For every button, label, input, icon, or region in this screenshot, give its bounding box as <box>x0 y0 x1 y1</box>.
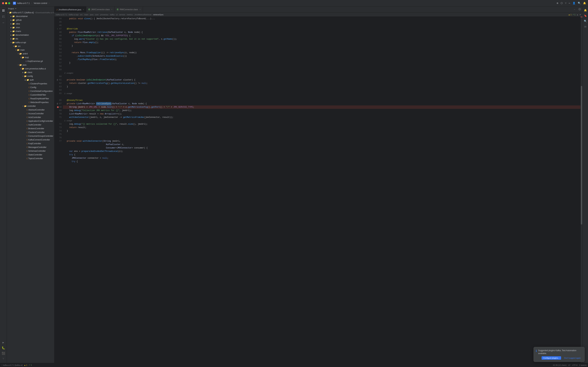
breadcrumb-java[interactable]: java <box>90 14 93 16</box>
breadcrumb-metrics[interactable]: metrics <box>127 14 133 16</box>
cursor-position[interactable]: 62:39 (12 chars) <box>553 364 567 366</box>
breadcrumb-src[interactable]: src <box>80 14 83 16</box>
indentation[interactable]: 2 spaces <box>579 364 587 366</box>
line-ending[interactable]: LF <box>568 364 571 366</box>
breadcrumb-root[interactable]: kafka-ui-0.7.1 <box>56 14 67 16</box>
tree-item-com-provectus[interactable]: ▾ 📂 com.provectus.kafka.ui <box>7 67 54 71</box>
tree-item-corsglobal[interactable]: ▶ C CorsGlobalConfiguration <box>7 89 54 93</box>
breakpoint-icon[interactable] <box>57 106 59 108</box>
tree-item-consumergroupscontroller[interactable]: ▶ C ConsumerGroupsController <box>7 134 54 138</box>
more-tools-icon[interactable]: ⋯ <box>1 20 6 25</box>
tree-item-main[interactable]: ▾ 📂 main <box>7 48 54 52</box>
kafka-icon[interactable]: ⬡ <box>561 2 563 5</box>
maximize-button[interactable] <box>8 2 10 4</box>
breadcrumb-service[interactable]: service <box>119 14 125 16</box>
tree-item-antlr4[interactable]: ▾ 📂 antlr4 <box>7 52 54 56</box>
tree-item-github[interactable]: ▶ 📁 .github <box>7 18 54 22</box>
tree-item-config[interactable]: ▾ 📂 config <box>7 74 54 78</box>
tree-item-clusterscontroller[interactable]: ▶ C ClustersController <box>7 130 54 134</box>
terminal-icon[interactable]: ⬛ <box>1 351 6 356</box>
project-chevron[interactable]: ▾ <box>15 8 16 10</box>
debug-icon[interactable]: 🐛 <box>1 345 6 351</box>
git-branch-icon[interactable]: ⑂ <box>565 2 566 5</box>
checks-status[interactable]: ✓ 1 <box>29 364 32 366</box>
minimize-button[interactable] <box>5 2 7 4</box>
tree-item-mvn[interactable]: ▶ 📁 .mvn <box>7 26 54 29</box>
editor-scrollbar[interactable] <box>580 17 583 363</box>
tree-item-documentation[interactable]: ▶ 📁 documentation <box>7 33 54 37</box>
encoding[interactable]: UTF-8 <box>572 364 578 366</box>
warnings-status[interactable]: ▲ 1 <box>24 364 27 366</box>
tree-item-clustersproperties[interactable]: ▶ C ClustersProperties <box>7 82 54 85</box>
tree-item-topicscontroller[interactable]: ▶ C TopicsController <box>7 157 54 160</box>
tree-item-schemascontroller[interactable]: ▶ C SchemasController <box>7 149 54 153</box>
tree-item-auth[interactable]: ▶ 📁 auth <box>7 78 54 82</box>
tree-item-etc[interactable]: ▶ 📁 etc <box>7 37 54 41</box>
tree-item-ksqlcontroller[interactable]: ▶ C KsqlController <box>7 142 54 145</box>
tree-root[interactable]: ▾ 📁 kafka-ui-0.7.1 [kafka-ui] ~/Download… <box>7 11 54 15</box>
tree-item-aclscontroller[interactable]: ▶ C AclsController <box>7 116 54 119</box>
tree-item-charts[interactable]: ▶ 📁 charts <box>7 29 54 33</box>
breadcrumb-provectus[interactable]: provectus <box>100 14 108 16</box>
git-branch-status[interactable]: ⑂ kafka-ui-0.7.1 [kafka-ui] <box>1 364 23 366</box>
configure-plugins-button[interactable]: Configure plugins... <box>542 356 561 360</box>
tree-item-kafkaconnectcontroller[interactable]: ▶ C KafkaConnectController <box>7 138 54 142</box>
tab-close-rmiconnector[interactable]: ✕ <box>139 8 141 10</box>
tree-item-java[interactable]: ▾ 📂 java <box>7 63 54 67</box>
tree-item-staticcontroller[interactable]: ▶ C StaticController <box>7 153 54 157</box>
project-icon[interactable] <box>1 8 6 13</box>
more-icon[interactable]: ⋯ <box>569 2 570 5</box>
tree-item-customwebfilter[interactable]: ▶ C CustomWebFilter <box>7 93 54 97</box>
bookmark-sidebar-icon[interactable]: 🔖 <box>583 13 588 18</box>
tree-item-webclientproperties[interactable]: ▶ C WebclientProperties <box>7 100 54 104</box>
check-count: 1 <box>574 14 575 16</box>
scroll-down-icon[interactable]: ▼ <box>579 14 581 16</box>
notifications-sidebar-icon[interactable]: 🔔 <box>583 8 588 13</box>
tree-item-client[interactable]: ▶ 📁 client <box>7 71 54 74</box>
tab-close-jmxconnector[interactable]: ✕ <box>111 8 112 10</box>
breadcrumb-kafka[interactable]: kafka <box>110 14 114 16</box>
tree-item-abstractcontroller[interactable]: ▶ C AbstractController <box>7 108 54 112</box>
tree-item-config-class[interactable]: ▶ C Config <box>7 85 54 89</box>
scroll-up-icon[interactable]: ▲ <box>576 14 578 16</box>
tree-item-src[interactable]: ▾ 📂 src <box>7 44 54 48</box>
tree-item-messagescontroller[interactable]: ▶ C MessagesController <box>7 145 54 149</box>
search-icon[interactable]: 🔍 <box>578 2 581 5</box>
search-sidebar-icon[interactable]: 🔍 <box>583 19 588 24</box>
breadcrumb-api[interactable]: kafka-ui-api <box>69 14 78 16</box>
breadcrumb-main[interactable]: main <box>84 14 88 16</box>
breadcrumb-ui[interactable]: ui <box>116 14 118 16</box>
tree-item-authcontroller[interactable]: ▶ C AuthController <box>7 123 54 127</box>
breadcrumb-retrievesync[interactable]: retrieveSync <box>153 14 163 16</box>
tree-item-accesscontroller[interactable]: ▶ C AccessController <box>7 112 54 116</box>
tab-jmxconnector[interactable]: C JMXConnector.class ✕ <box>86 7 115 13</box>
code-content[interactable]: public void close() { JmxSslSocketFactor… <box>63 17 580 363</box>
breadcrumb-jmxretriever[interactable]: JmxMetricsRetriever <box>134 14 151 16</box>
run-icon[interactable]: ▶ <box>1 340 6 345</box>
version-control-label[interactable]: Version control <box>34 2 47 4</box>
tree-item-readonlymodefilter[interactable]: ▶ C ReadOnlyModeFilter <box>7 97 54 100</box>
tab-close-jmx[interactable]: ✕ <box>83 9 84 10</box>
maven-sidebar-icon[interactable]: m <box>583 24 588 29</box>
tabs-more-button[interactable]: ⋯ <box>572 8 577 10</box>
tree-item-devcontainer[interactable]: ▶ 📁 .devcontainer <box>7 15 54 18</box>
breadcrumb-com[interactable]: com <box>95 14 99 16</box>
tree-item-appconfigcontroller[interactable]: ▶ C ApplicationConfigController <box>7 119 54 123</box>
user-icon[interactable]: 👤 <box>572 2 575 5</box>
tree-item-kafka-ui-api[interactable]: ▾ 📂 kafka-ui-api <box>7 41 54 44</box>
tree-item-ksql[interactable]: ▾ 📂 ksql <box>7 56 54 59</box>
git-icon[interactable]: ⑂ <box>1 356 6 362</box>
dont-suggest-button[interactable]: Don't suggest again <box>563 356 582 360</box>
tab-rmiconnector[interactable]: C RMIConnector.class ✕ <box>115 7 143 13</box>
tree-item-brokerscontroller[interactable]: ▶ C BrokersController <box>7 127 54 130</box>
tree-item-controller[interactable]: ▾ 📂 controller <box>7 104 54 108</box>
tab-jmxmetricsretriever[interactable]: J JmxMetricsRetriever.java ✕ <box>54 7 86 13</box>
notifications-icon[interactable]: 🔔 <box>583 2 586 5</box>
settings-icon[interactable]: ⚙ <box>557 2 558 5</box>
tree-item-ksqlgrammar[interactable]: ▶ G KsqlGrammar.g4 <box>7 59 54 63</box>
close-button[interactable] <box>2 2 4 4</box>
structure-icon[interactable] <box>1 14 6 19</box>
tree-item-idea[interactable]: ▶ 📁 .idea <box>7 22 54 26</box>
tabs-git-button[interactable] <box>577 8 583 11</box>
scrollbar-thumb[interactable] <box>581 86 582 224</box>
